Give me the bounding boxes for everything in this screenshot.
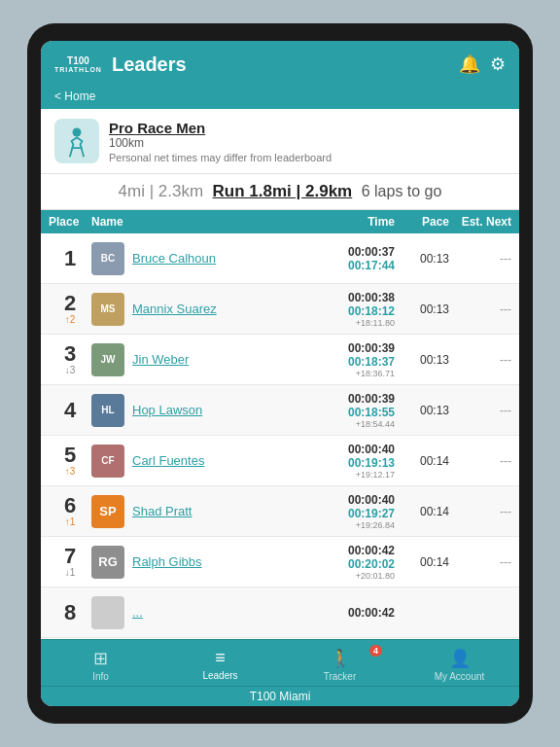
table-row[interactable]: 2 ↑2 MS Mannix Suarez 00:00:38 00:18:12 … bbox=[41, 284, 519, 335]
nav-badge: 4 bbox=[369, 645, 382, 657]
place-cell: 3 ↓3 bbox=[49, 343, 91, 375]
pace-cell: 00:13 bbox=[395, 302, 449, 316]
header-actions: 🔔 ⚙ bbox=[459, 53, 506, 75]
avatar-photo: BC bbox=[101, 253, 115, 264]
time-total: 00:18:12 bbox=[298, 304, 395, 318]
table-row[interactable]: 1 BC Bruce Calhoun 00:00:37 00:17:44 00:… bbox=[41, 233, 519, 284]
time-cell: 00:00:39 00:18:37 +18:36.71 bbox=[298, 341, 395, 378]
nav-icon-tracker: 🚶 bbox=[330, 648, 351, 669]
race-details: Pro Race Men 100km Personal net times ma… bbox=[109, 120, 332, 163]
pace-cell: 00:14 bbox=[395, 555, 449, 569]
place-change: ↓3 bbox=[65, 365, 76, 375]
pace-cell: 00:14 bbox=[395, 454, 449, 468]
avatar-photo: HL bbox=[101, 405, 114, 415]
time-total: 00:18:37 bbox=[298, 355, 395, 369]
col-time: Time bbox=[298, 215, 395, 229]
time-segment: 00:00:37 bbox=[298, 245, 395, 259]
avatar: BC bbox=[91, 242, 124, 275]
place-change: ↓1 bbox=[65, 567, 76, 578]
nav-item-leaders[interactable]: ≡ Leaders bbox=[160, 640, 280, 686]
nav-icon-info: ⊞ bbox=[93, 648, 108, 669]
time-segment: 00:00:42 bbox=[298, 544, 395, 557]
time-segment: 00:00:39 bbox=[298, 341, 395, 355]
avatar: CF bbox=[91, 445, 124, 478]
nav-label: Info bbox=[92, 671, 109, 682]
time-segment: 00:00:42 bbox=[298, 606, 395, 620]
race-name: Pro Race Men bbox=[109, 120, 332, 136]
table-body: 1 BC Bruce Calhoun 00:00:37 00:17:44 00:… bbox=[41, 233, 519, 639]
name-cell: BC Bruce Calhoun bbox=[91, 242, 298, 275]
pace-cell: 00:13 bbox=[395, 353, 449, 367]
time-cell: 00:00:38 00:18:12 +18:11.80 bbox=[298, 291, 395, 328]
table-row[interactable]: 5 ↑3 CF Carl Fuentes 00:00:40 00:19:13 +… bbox=[41, 436, 519, 486]
segment-part1: 4mi | 2.3km bbox=[119, 182, 204, 200]
athlete-name[interactable]: Shad Pratt bbox=[132, 504, 192, 518]
table-row[interactable]: 3 ↓3 JW Jin Weber 00:00:39 00:18:37 +18:… bbox=[41, 335, 519, 385]
time-total: 00:17:44 bbox=[298, 259, 395, 272]
name-cell: SP Shad Pratt bbox=[91, 495, 298, 528]
athlete-name[interactable]: ... bbox=[132, 605, 143, 620]
race-avatar bbox=[54, 119, 99, 163]
footer-title: T100 Miami bbox=[41, 686, 519, 706]
avatar: HL bbox=[91, 394, 124, 427]
name-cell: CF Carl Fuentes bbox=[91, 445, 298, 478]
estnext-cell: --- bbox=[449, 555, 511, 569]
table-row[interactable]: 4 HL Hop Lawson 00:00:39 00:18:55 +18:54… bbox=[41, 385, 519, 436]
avatar-photo: JW bbox=[101, 354, 116, 365]
device-frame: T100 TRIATHLON Leaders 🔔 ⚙ < Home Pr bbox=[27, 23, 533, 724]
pace-cell: 00:13 bbox=[395, 252, 449, 266]
name-cell: JW Jin Weber bbox=[91, 343, 298, 376]
table-row[interactable]: 8 ... 00:00:42 bbox=[41, 587, 519, 638]
time-total: 00:20:02 bbox=[298, 557, 395, 571]
bell-icon[interactable]: 🔔 bbox=[459, 53, 480, 75]
avatar: SP bbox=[91, 495, 124, 528]
settings-icon[interactable]: ⚙ bbox=[490, 53, 506, 75]
name-cell: HL Hop Lawson bbox=[91, 394, 298, 427]
avatar-initials: SP bbox=[99, 504, 116, 518]
time-segment: 00:00:39 bbox=[298, 392, 395, 406]
nav-item-tracker[interactable]: 4 🚶 Tracker bbox=[280, 640, 400, 686]
time-cell: 00:00:42 00:20:02 +20:01.80 bbox=[298, 544, 395, 581]
col-place: Place bbox=[49, 215, 91, 229]
avatar: MS bbox=[91, 293, 124, 326]
athlete-name[interactable]: Jin Weber bbox=[132, 352, 189, 367]
table-row[interactable]: 7 ↓1 RG Ralph Gibbs 00:00:42 00:20:02 +2… bbox=[41, 537, 519, 587]
avatar bbox=[91, 596, 124, 629]
time-total: 00:19:27 bbox=[298, 507, 395, 520]
time-gap: +18:36.71 bbox=[298, 369, 395, 378]
back-button[interactable]: < Home bbox=[54, 89, 95, 103]
time-cell: 00:00:37 00:17:44 bbox=[298, 245, 395, 272]
time-total: 00:18:55 bbox=[298, 406, 395, 419]
place-number: 8 bbox=[64, 602, 76, 623]
nav-label: My Account bbox=[435, 671, 485, 682]
col-pace: Pace bbox=[395, 215, 449, 229]
estnext-cell: --- bbox=[449, 505, 511, 518]
athlete-name[interactable]: Bruce Calhoun bbox=[132, 251, 216, 266]
athlete-name[interactable]: Hop Lawson bbox=[132, 403, 202, 417]
nav-icon-leaders: ≡ bbox=[215, 648, 226, 668]
page-title: Leaders bbox=[112, 53, 449, 76]
race-icon bbox=[59, 124, 94, 159]
time-segment: 00:00:38 bbox=[298, 291, 395, 304]
col-estnext: Est. Next bbox=[449, 215, 511, 229]
table-row[interactable]: 6 ↑1 SP Shad Pratt 00:00:40 00:19:27 +19… bbox=[41, 486, 519, 537]
nav-label: Tracker bbox=[324, 671, 357, 682]
race-disclaimer: Personal net times may differ from leade… bbox=[109, 152, 332, 163]
name-cell: ... bbox=[91, 596, 298, 629]
place-cell: 1 bbox=[49, 248, 91, 269]
place-change: ↑1 bbox=[65, 516, 76, 527]
place-cell: 5 ↑3 bbox=[49, 445, 91, 477]
time-gap: +20:01.80 bbox=[298, 571, 395, 581]
time-gap: +19:12.17 bbox=[298, 470, 395, 480]
place-number: 3 bbox=[64, 343, 76, 365]
nav-item-my-account[interactable]: 👤 My Account bbox=[400, 640, 519, 686]
place-cell: 6 ↑1 bbox=[49, 495, 91, 527]
segment-laps: 6 laps to go bbox=[362, 183, 442, 199]
athlete-name[interactable]: Ralph Gibbs bbox=[132, 554, 202, 569]
back-nav: < Home bbox=[41, 88, 519, 109]
segment-part2: Run 1.8mi | 2.9km bbox=[213, 182, 353, 200]
nav-item-info[interactable]: ⊞ Info bbox=[41, 640, 160, 686]
place-cell: 2 ↑2 bbox=[49, 293, 91, 325]
athlete-name[interactable]: Carl Fuentes bbox=[132, 453, 204, 468]
athlete-name[interactable]: Mannix Suarez bbox=[132, 302, 217, 316]
